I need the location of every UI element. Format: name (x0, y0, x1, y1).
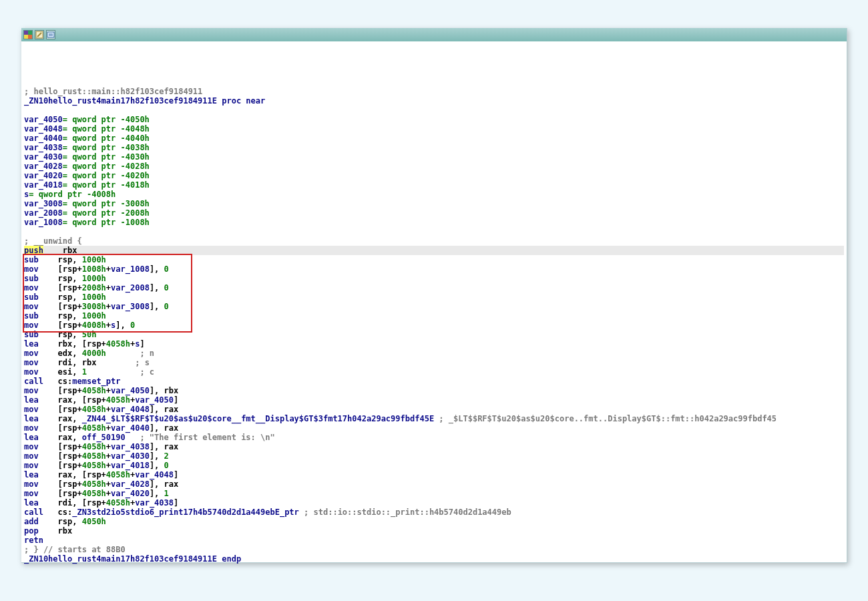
code-line: mov [rsp+4058h+var_4040], rax (24, 423, 844, 433)
svg-rect-3 (28, 35, 32, 39)
code-line: lea rdi, [rsp+4058h+var_4038] (24, 498, 844, 508)
code-line: _ZN10hello_rust4main17h82f103cef9184911E… (24, 554, 844, 564)
code-line: var_2008= qword ptr -2008h (24, 208, 844, 218)
window-titlebar (21, 28, 847, 41)
code-line: var_1008= qword ptr -1008h (24, 218, 844, 227)
code-line: call cs:memset_ptr (24, 377, 844, 386)
code-line: ; __unwind { (24, 236, 844, 246)
code-line: mov rdi, rbx ; s (24, 358, 844, 367)
code-line: sub rsp, 50h (24, 330, 844, 339)
code-line: ; } // starts at 88B0 (24, 545, 844, 554)
code-line: sub rsp, 1000h (24, 292, 844, 302)
code-line: var_3008= qword ptr -3008h (24, 199, 844, 208)
code-line: mov [rsp+2008h+var_2008], 0 (24, 283, 844, 292)
code-line: var_4030= qword ptr -4030h (24, 152, 844, 162)
code-line: mov [rsp+1008h+var_1008], 0 (24, 264, 844, 274)
code-line (24, 227, 844, 236)
code-line: lea rax, [rsp+4058h+var_4048] (24, 470, 844, 479)
code-line: mov [rsp+4058h+var_4038], rax (24, 442, 844, 451)
view-icon[interactable] (46, 30, 55, 39)
code-line: var_4048= qword ptr -4048h (24, 124, 844, 134)
code-line: lea rbx, [rsp+4058h+s] (24, 339, 844, 349)
svg-rect-2 (24, 35, 28, 39)
code-line: var_4040= qword ptr -4040h (24, 134, 844, 143)
code-line: sub rsp, 1000h (24, 255, 844, 264)
code-line: lea rax, off_50190 ; "The first element … (24, 433, 844, 442)
code-line: mov [rsp+3008h+var_3008], 0 (24, 302, 844, 311)
code-line: pop rbx (24, 526, 844, 536)
code-line: push rbx (24, 246, 844, 255)
disassembly-listing[interactable]: ; hello_rust::main::h82f103cef9184911_ZN… (21, 41, 847, 566)
code-line: lea rax, _ZN44_$LT$$RF$T$u20$as$u20$core… (24, 414, 844, 423)
code-line: _ZN10hello_rust4main17h82f103cef9184911E… (24, 96, 844, 106)
code-line (24, 106, 844, 115)
svg-rect-1 (28, 31, 32, 35)
code-line: mov [rsp+4058h+var_4020], 1 (24, 489, 844, 498)
code-line: mov edx, 4000h ; n (24, 349, 844, 358)
code-line: var_4050= qword ptr -4050h (24, 115, 844, 124)
code-line: mov [rsp+4058h+var_4050], rbx (24, 386, 844, 395)
code-line: var_4020= qword ptr -4020h (24, 171, 844, 180)
code-line: mov [rsp+4058h+var_4018], 0 (24, 461, 844, 470)
code-line: mov [rsp+4058h+var_4028], rax (24, 479, 844, 489)
code-line: var_4018= qword ptr -4018h (24, 180, 844, 190)
code-line: mov [rsp+4008h+s], 0 (24, 321, 844, 330)
edit-icon[interactable] (35, 30, 44, 39)
code-line: retn (24, 536, 844, 545)
code-line: sub rsp, 1000h (24, 274, 844, 283)
code-line: add rsp, 4050h (24, 517, 844, 526)
code-line: mov [rsp+4058h+var_4030], 2 (24, 451, 844, 461)
code-line: lea rax, [rsp+4058h+var_4050] (24, 395, 844, 405)
color-palette-icon[interactable] (23, 30, 33, 39)
svg-rect-6 (47, 32, 54, 37)
code-line: ; hello_rust::main::h82f103cef9184911 (24, 87, 844, 96)
code-line: mov [rsp+4058h+var_4048], rax (24, 405, 844, 414)
disassembly-window: ; hello_rust::main::h82f103cef9184911_ZN… (21, 28, 847, 563)
code-line: var_4038= qword ptr -4038h (24, 143, 844, 152)
code-line: sub rsp, 1000h (24, 311, 844, 321)
code-line: call cs:_ZN3std2io5stdio6_print17h4b5740… (24, 508, 844, 517)
code-line: mov esi, 1 ; c (24, 367, 844, 377)
svg-rect-0 (24, 31, 28, 35)
code-line: s= qword ptr -4008h (24, 190, 844, 199)
code-line: var_4028= qword ptr -4028h (24, 162, 844, 171)
